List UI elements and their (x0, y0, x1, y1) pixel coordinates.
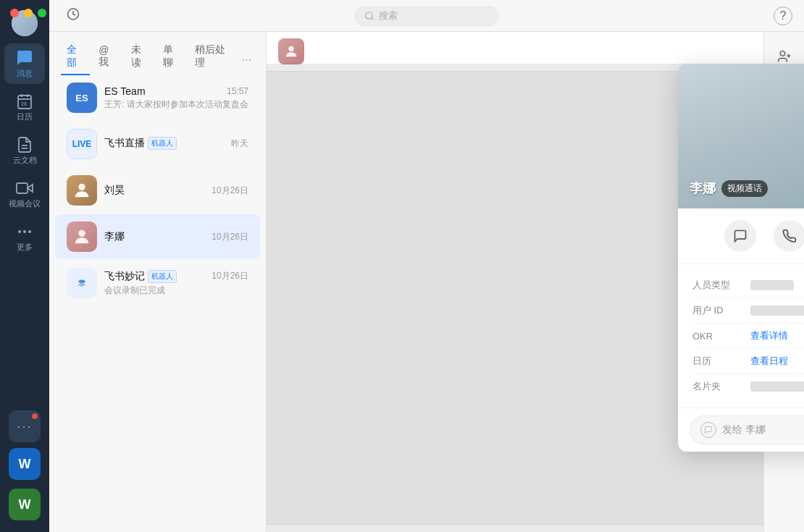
sidebar-item-calendar-label: 日历 (17, 111, 33, 122)
chat-info-es-team: ES Team 15:57 王芳: 请大家按时参加本次活动复盘会 (104, 85, 248, 111)
profile-action-phone[interactable] (774, 220, 805, 252)
profile-photo: 李娜 视频通话 (678, 64, 804, 208)
tab-unread[interactable]: 未读 (125, 39, 154, 75)
tab-at-me[interactable]: @我 (93, 40, 122, 75)
main-content: 搜索 ? 全部 @我 未读 单聊 稍后处理 ... (49, 0, 804, 532)
chat-avatar-liu-hao (67, 175, 97, 206)
chat-main-footer: ☺ @ ✂ ⊕ ⤢ (267, 524, 763, 532)
history-icon[interactable] (67, 7, 80, 24)
profile-popup: 李娜 视频通话 (678, 64, 804, 452)
right-panel-settings[interactable] (771, 526, 797, 532)
profile-info-label-userid: 用户 ID (692, 304, 750, 317)
chat-action-icon (733, 229, 748, 243)
sidebar-item-docs[interactable]: 云文档 (4, 130, 45, 171)
profile-info-value-type (750, 280, 794, 290)
sidebar-bottom: ··· W W (9, 410, 41, 520)
svg-point-9 (18, 230, 21, 233)
profile-send-bar: 发给 李娜 (678, 408, 804, 452)
video-call-badge: 视频通话 (721, 180, 768, 197)
sidebar: 消息 28 日历 云文档 (0, 0, 49, 532)
add-user-icon (777, 49, 792, 64)
chat-avatar-feishu-notes (67, 268, 97, 298)
chat-name-li-na: 李娜 (104, 230, 125, 243)
profile-name: 李娜 (690, 180, 716, 197)
svg-point-17 (288, 46, 293, 51)
chat-avatar-feishu-live: LIVE (67, 129, 97, 159)
chat-avatar-li-na (67, 221, 97, 252)
svg-point-14 (78, 184, 85, 190)
chat-time-es-team: 15:57 (227, 86, 248, 96)
chat-time-feishu-live: 昨天 (231, 138, 248, 150)
profile-info-row-card: 名片夹 (692, 374, 804, 399)
tab-all[interactable]: 全部 (61, 39, 90, 75)
chat-info-feishu-notes: 飞书妙记 机器人 10月26日 会议录制已完成 (104, 270, 248, 297)
profile-action-message[interactable] (724, 220, 756, 252)
profile-name-overlay: 李娜 视频通话 (690, 180, 768, 197)
profile-send-input[interactable]: 发给 李娜 (690, 415, 804, 444)
profile-actions (678, 208, 804, 264)
sidebar-item-messages[interactable]: 消息 (4, 43, 45, 84)
profile-info-row-calendar: 日历 查看日程 (692, 349, 804, 374)
search-bar[interactable]: 搜索 (354, 6, 499, 26)
profile-info-label-okr: OKR (692, 331, 750, 342)
chat-item-li-na[interactable]: 李娜 10月26日 (55, 214, 260, 259)
svg-point-11 (28, 230, 31, 233)
svg-point-15 (78, 230, 85, 237)
sidebar-item-messages-label: 消息 (17, 68, 33, 79)
tab-later[interactable]: 稍后处理 (189, 39, 235, 75)
profile-info-value-okr[interactable]: 查看详情 (750, 329, 788, 342)
chat-item-feishu-live[interactable]: LIVE 飞书直播 机器人 昨天 (55, 122, 260, 166)
person-icon-header (283, 43, 299, 59)
person-icon-li-na (72, 227, 92, 247)
chat-main: ☺ @ ✂ ⊕ ⤢ (267, 32, 763, 532)
svg-text:28: 28 (21, 101, 27, 106)
search-placeholder: 搜索 (379, 9, 398, 22)
chat-time-feishu-notes: 10月26日 (212, 270, 248, 282)
sidebar-w1-button[interactable]: W (9, 448, 41, 480)
window-minimize-button[interactable] (24, 9, 33, 17)
profile-info-label-type: 人员类型 (692, 279, 750, 292)
notification-badge (32, 413, 38, 419)
help-button[interactable]: ? (774, 7, 792, 25)
profile-info-row-type: 人员类型 (692, 273, 804, 298)
sidebar-w2-button[interactable]: W (9, 489, 41, 520)
sidebar-item-calendar[interactable]: 28 日历 (4, 87, 45, 127)
sidebar-item-meeting[interactable]: 视频会议 (4, 174, 45, 214)
chat-list-tabs: 全部 @我 未读 单聊 稍后处理 ... (49, 32, 266, 75)
profile-info-value-calendar[interactable]: 查看日程 (750, 355, 788, 368)
tab-single[interactable]: 单聊 (157, 39, 186, 75)
chat-info-feishu-live: 飞书直播 机器人 昨天 (104, 137, 248, 151)
help-icon: ? (780, 9, 787, 22)
chat-avatar-es-team: ES (67, 83, 97, 113)
chat-info-liu-hao: 刘昊 10月26日 (104, 184, 248, 197)
svg-point-13 (366, 12, 372, 18)
chat-item-es-team[interactable]: ES ES Team 15:57 王芳: 请大家按时参加本次活动复盘会 (55, 75, 260, 120)
sidebar-item-more[interactable]: 更多 (4, 217, 45, 258)
sidebar-item-meeting-label: 视频会议 (9, 198, 41, 209)
search-icon (364, 11, 374, 21)
profile-info: 人员类型 用户 ID OKR 查看详情 日历 (678, 264, 804, 408)
profile-info-row-userid: 用户 ID (692, 298, 804, 324)
chat-item-feishu-notes[interactable]: 飞书妙记 机器人 10月26日 会议录制已完成 (55, 261, 260, 305)
chat-name-feishu-notes: 飞书妙记 机器人 (104, 270, 177, 283)
window-controls (10, 9, 46, 17)
svg-point-24 (780, 51, 785, 56)
profile-info-value-userid (750, 305, 804, 316)
chat-item-liu-hao[interactable]: 刘昊 10月26日 (55, 168, 260, 213)
window-maximize-button[interactable] (38, 9, 46, 17)
profile-info-row-okr: OKR 查看详情 (692, 324, 804, 349)
chat-preview-es-team: 王芳: 请大家按时参加本次活动复盘会 (104, 98, 248, 111)
person-icon-liu-hao (72, 180, 92, 200)
chat-send-icon (704, 426, 713, 434)
chat-name-es-team: ES Team (104, 85, 146, 97)
window-close-button[interactable] (10, 9, 19, 17)
sidebar-item-more-label: 更多 (17, 242, 33, 253)
sidebar-dots-button[interactable]: ··· (9, 410, 41, 442)
feishu-notes-icon (72, 274, 91, 292)
chat-list: ES ES Team 15:57 王芳: 请大家按时参加本次活动复盘会 LIVE (49, 75, 266, 532)
chat-main-avatar (278, 38, 304, 64)
chat-info-li-na: 李娜 10月26日 (104, 230, 248, 243)
tab-more[interactable]: ... (239, 46, 254, 68)
content-row: 全部 @我 未读 单聊 稍后处理 ... ES ES Team 15:57 (49, 32, 804, 532)
profile-info-label-calendar: 日历 (692, 355, 750, 368)
